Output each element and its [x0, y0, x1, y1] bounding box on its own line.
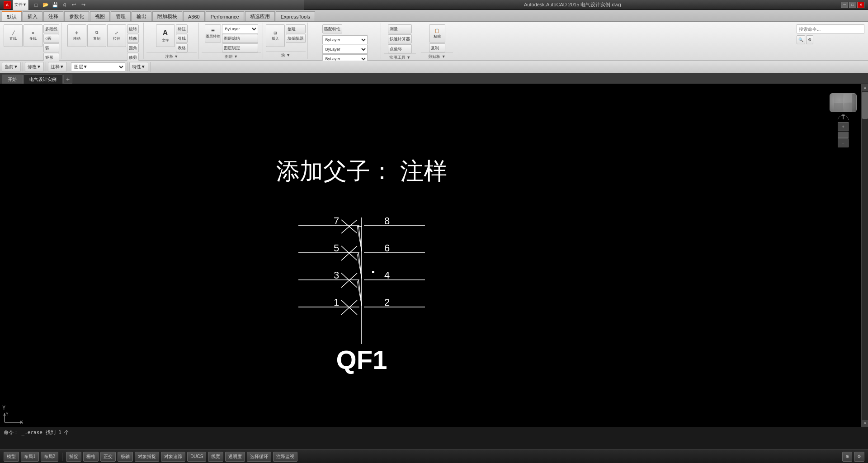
color-select[interactable]: ByLayer: [322, 35, 368, 44]
osnap-btn[interactable]: 对象捕捉: [135, 452, 159, 462]
paste-btn[interactable]: 📋 粘贴: [429, 24, 445, 43]
layer-lock-btn[interactable]: 图层锁定: [222, 43, 258, 52]
ribbon-right-btn1[interactable]: 🔍: [797, 35, 805, 44]
transparency-btn[interactable]: 透明度: [225, 452, 245, 462]
title-bar: A 文件▼ □ 📂 💾 🖨 ↩ ↪ Autodesk.AutoCAD 2015 …: [0, 0, 868, 10]
view-group: 当前▼: [2, 62, 23, 72]
drawing-canvas[interactable]: 添加父子： 注样 7 8 5 6: [0, 84, 861, 427]
layout1-btn[interactable]: 布局1: [21, 452, 39, 462]
selcycle-btn[interactable]: 选择循环: [247, 452, 271, 462]
scroll-down-btn[interactable]: ▼: [862, 420, 868, 427]
tab-addons[interactable]: 附加模块: [152, 11, 182, 21]
tab-manage[interactable]: 管理: [111, 11, 131, 21]
move-btn[interactable]: ✛ 移动: [67, 24, 86, 47]
tab-insert[interactable]: 插入: [23, 11, 42, 21]
qa-save-btn[interactable]: 💾: [51, 1, 59, 9]
tab-express[interactable]: ExpressTools: [276, 11, 315, 21]
arc-btn[interactable]: 弧: [43, 43, 59, 52]
quickcalc-btn[interactable]: 快速计算器: [388, 34, 412, 43]
property-group2: 特性▼: [129, 62, 151, 72]
tab-parametric[interactable]: 参数化: [64, 11, 89, 21]
id-btn[interactable]: 点坐标: [388, 44, 412, 53]
view-cube[interactable]: [830, 93, 857, 112]
layout2-btn[interactable]: 布局2: [41, 452, 59, 462]
search-input[interactable]: [797, 24, 864, 33]
block-editor-btn[interactable]: 块编辑器: [286, 34, 306, 43]
copy-btn[interactable]: ⧉ 复制: [87, 24, 106, 47]
status-settings-btn[interactable]: ⚙: [854, 452, 864, 462]
layer-freeze-btn[interactable]: 图层冻结: [222, 34, 258, 43]
fillet-btn[interactable]: 圆角: [127, 43, 139, 52]
panel-tab-add[interactable]: +: [63, 75, 72, 84]
tab-performance[interactable]: Performance: [206, 11, 244, 21]
rotate-btn[interactable]: 旋转: [127, 24, 139, 33]
zoom-in-status-btn[interactable]: ⊕: [842, 452, 852, 462]
zoom-out-btn[interactable]: −: [838, 138, 849, 147]
text-icon: A: [163, 29, 168, 37]
maximize-btn[interactable]: □: [849, 2, 856, 8]
tab-a360[interactable]: A360: [183, 11, 205, 21]
model-tab-btn[interactable]: 模型: [4, 452, 19, 462]
scroll-thumb[interactable]: [862, 92, 868, 119]
ducs-btn[interactable]: DUCS: [187, 452, 206, 462]
copy-clip-btn[interactable]: 复制: [429, 43, 445, 52]
property-btn[interactable]: 特性▼: [129, 62, 148, 72]
linetype-select[interactable]: ByLayer: [322, 45, 368, 54]
polar-btn[interactable]: 极轴: [118, 452, 133, 462]
layer-select[interactable]: ByLayer 0: [222, 24, 258, 33]
insert-block-btn[interactable]: ⊞ 插入: [266, 24, 285, 47]
create-block-btn[interactable]: 创建: [286, 24, 306, 33]
command-input[interactable]: [4, 439, 858, 448]
leader-btn[interactable]: 引线: [176, 34, 188, 43]
mirror-btn[interactable]: 镜像: [127, 34, 139, 43]
ribbon-group-annotation: A 文字 标注 引线 表格 注释 ▼: [145, 23, 199, 59]
tab-view[interactable]: 视图: [90, 11, 110, 21]
minimize-btn[interactable]: ─: [841, 2, 848, 8]
tab-featured[interactable]: 精选应用: [245, 11, 275, 21]
status-separator: [62, 453, 62, 461]
snap-btn[interactable]: 捕捉: [66, 452, 81, 462]
text-btn[interactable]: A 文字: [156, 24, 175, 47]
lweight-btn[interactable]: 线宽: [208, 452, 223, 462]
otrack-btn[interactable]: 对象追踪: [161, 452, 185, 462]
stretch-icon: ⤢: [115, 31, 118, 35]
ribbon-tab-row: 默认 插入 注释 参数化 视图 管理 输出 附加模块 A360 Performa…: [0, 10, 868, 22]
close-btn[interactable]: ✕: [857, 2, 864, 8]
annmon-btn[interactable]: 注释监视: [273, 452, 297, 462]
layer-properties-btn[interactable]: ☰ 图层特性: [205, 24, 221, 43]
layer-dropdown-secondary[interactable]: 图层▼: [71, 62, 125, 71]
coord-y: Y: [2, 405, 25, 411]
match-props-btn[interactable]: 匹配特性: [322, 24, 342, 33]
tab-annotate[interactable]: 注释: [43, 11, 63, 21]
tab-output[interactable]: 输出: [132, 11, 151, 21]
modify-tools-btn[interactable]: 修改▼: [25, 62, 44, 72]
circle-btn[interactable]: ○圆: [43, 34, 59, 43]
annotate-tools-btn[interactable]: 注释▼: [48, 62, 67, 72]
file-menu-btn[interactable]: 文件▼: [13, 0, 28, 10]
line-btn[interactable]: ╱ 直线: [4, 24, 23, 47]
scroll-up-btn[interactable]: ▲: [862, 84, 868, 91]
polyline-btn[interactable]: 多段线: [43, 24, 59, 33]
qa-print-btn[interactable]: 🖨: [61, 1, 69, 9]
qa-new-btn[interactable]: □: [32, 1, 40, 9]
qa-open-btn[interactable]: 📂: [42, 1, 50, 9]
title-bar-left: A 文件▼: [4, 0, 28, 10]
current-view-btn[interactable]: 当前▼: [2, 62, 21, 72]
panel-tab-drawing[interactable]: 电气设计实例: [24, 75, 62, 84]
grid-btn[interactable]: 栅格: [83, 452, 99, 462]
zoom-in-btn[interactable]: +: [838, 122, 849, 131]
measure-btn[interactable]: 测量: [388, 24, 412, 33]
panel-tab-start[interactable]: 开始: [2, 75, 23, 84]
qa-redo-btn[interactable]: ↪: [80, 1, 88, 9]
stretch-btn[interactable]: ⤢ 拉伸: [107, 24, 126, 47]
dim-btn[interactable]: 标注: [176, 24, 188, 33]
ortho-btn[interactable]: 正交: [100, 452, 116, 462]
vertical-scrollbar[interactable]: ▲ ▼: [861, 84, 868, 427]
table-btn[interactable]: 表格: [176, 43, 188, 52]
multiline-btn[interactable]: ≡ 多线: [24, 24, 42, 47]
ribbon-right-btn2[interactable]: ⚙: [806, 35, 813, 44]
qa-undo-btn[interactable]: ↩: [70, 1, 78, 9]
terminal-6: 6: [384, 242, 390, 254]
ribbon-right: 🔍 ⚙: [795, 23, 866, 59]
tab-default[interactable]: 默认: [2, 11, 22, 21]
